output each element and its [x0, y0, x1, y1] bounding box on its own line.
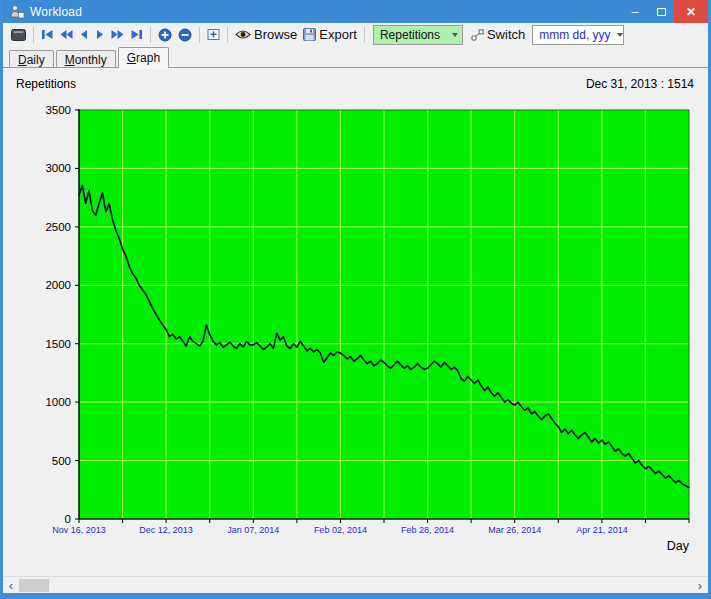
next-record-icon	[95, 29, 105, 40]
svg-text:3000: 3000	[45, 162, 71, 174]
boxed-plus-icon	[207, 29, 220, 40]
scroll-right-button[interactable]: ›	[692, 577, 708, 593]
save-disk-icon	[303, 28, 316, 41]
date-format-select[interactable]: mmm dd, yyy	[532, 25, 624, 45]
fast-backward-icon	[60, 29, 73, 40]
toolbar-separator	[364, 27, 365, 43]
svg-text:1500: 1500	[45, 338, 71, 350]
first-record-button[interactable]	[38, 25, 57, 45]
scroll-left-icon: ‹	[9, 578, 13, 593]
svg-text:3500: 3500	[45, 104, 71, 116]
chevron-down-icon	[617, 26, 624, 44]
scroll-left-button[interactable]: ‹	[3, 577, 19, 593]
scrollbar-thumb[interactable]	[19, 579, 49, 592]
next-record-button[interactable]	[92, 25, 108, 45]
svg-text:Feb 28, 2014: Feb 28, 2014	[401, 525, 454, 535]
toolbar-separator	[33, 27, 34, 43]
workload-chart[interactable]: 0500100015002000250030003500Nov 16, 2013…	[3, 92, 708, 562]
maximize-button[interactable]	[648, 0, 674, 23]
date-format-value: mmm dd, yyy	[533, 28, 616, 42]
horizontal-scrollbar[interactable]: ‹ ›	[3, 576, 708, 593]
minimize-icon: –	[631, 4, 638, 19]
cursor-readout: Dec 31, 2013 : 1514	[586, 77, 694, 91]
switch-label: Switch	[487, 27, 525, 42]
app-icon	[9, 4, 25, 19]
chevron-down-icon	[448, 26, 462, 44]
zoom-in-button[interactable]	[155, 25, 175, 45]
svg-text:1000: 1000	[45, 396, 71, 408]
switch-button[interactable]: Switch	[468, 25, 528, 45]
titlebar[interactable]: Workload – ✕	[3, 0, 708, 23]
toolbar-separator	[199, 27, 200, 43]
tabbar: Daily Monthly Graph	[3, 47, 708, 68]
previous-record-button[interactable]	[76, 25, 92, 45]
last-record-icon	[130, 29, 143, 40]
toolbar-separator	[227, 27, 228, 43]
svg-text:Feb 02, 2014: Feb 02, 2014	[314, 525, 367, 535]
zoom-out-button[interactable]	[175, 25, 195, 45]
form-view-button[interactable]	[8, 25, 29, 45]
close-button[interactable]: ✕	[674, 0, 708, 23]
toolbar-separator	[150, 27, 151, 43]
fast-forward-icon	[111, 29, 124, 40]
fast-backward-button[interactable]	[57, 25, 76, 45]
browse-label: Browse	[254, 27, 297, 42]
previous-record-icon	[79, 29, 89, 40]
svg-text:Jan 07, 2014: Jan 07, 2014	[227, 525, 279, 535]
graph-page: Repetitions Dec 31, 2013 : 1514 05001000…	[3, 68, 708, 576]
chart-series-title: Repetitions	[16, 77, 76, 91]
scroll-right-icon: ›	[698, 578, 702, 593]
svg-text:2500: 2500	[45, 221, 71, 233]
export-label: Export	[319, 27, 357, 42]
series-select[interactable]: Repetitions	[373, 25, 463, 45]
fast-forward-button[interactable]	[108, 25, 127, 45]
svg-text:Nov 16, 2013: Nov 16, 2013	[52, 525, 106, 535]
series-select-value: Repetitions	[374, 28, 448, 42]
svg-text:Mar 26, 2014: Mar 26, 2014	[488, 525, 541, 535]
tab-graph[interactable]: Graph	[118, 47, 169, 68]
svg-text:Day: Day	[667, 539, 690, 553]
last-record-button[interactable]	[127, 25, 146, 45]
minimize-button[interactable]: –	[622, 0, 648, 23]
maximize-icon	[657, 8, 666, 16]
browse-button[interactable]: Browse	[232, 25, 300, 45]
zoom-in-icon	[158, 28, 172, 42]
svg-text:Apr 21, 2014: Apr 21, 2014	[576, 525, 628, 535]
window-icon	[11, 29, 26, 41]
svg-text:500: 500	[52, 455, 71, 467]
tab-monthly[interactable]: Monthly	[56, 50, 116, 68]
chart-header: Repetitions Dec 31, 2013 : 1514	[3, 68, 708, 92]
expand-button[interactable]	[204, 25, 223, 45]
close-icon: ✕	[686, 5, 696, 19]
zoom-out-icon	[178, 28, 192, 42]
svg-text:Dec 12, 2013: Dec 12, 2013	[139, 525, 193, 535]
switch-icon	[471, 29, 484, 41]
svg-text:0: 0	[65, 513, 71, 525]
svg-text:2000: 2000	[45, 279, 71, 291]
export-button[interactable]: Export	[300, 25, 360, 45]
window-title: Workload	[30, 5, 622, 19]
tab-daily[interactable]: Daily	[9, 50, 54, 68]
toolbar: Browse Export Repetitions Switch	[3, 23, 708, 47]
workload-window: Workload – ✕	[0, 0, 711, 599]
first-record-icon	[41, 29, 54, 40]
eye-icon	[235, 29, 251, 40]
